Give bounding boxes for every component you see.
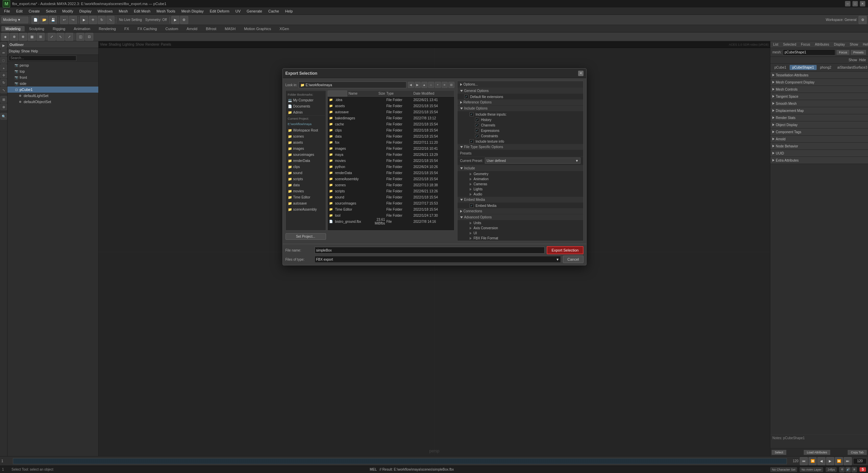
mode-tool-3[interactable]: ⊗ (19, 33, 27, 41)
col-name-header[interactable]: Name (347, 92, 366, 95)
mode-tab-xgen[interactable]: XGen (275, 26, 293, 31)
bookmark-project-time-editor[interactable]: 📁 Time Editor (287, 194, 325, 200)
menu-item-generate[interactable]: Generate (244, 8, 265, 14)
attr-section-header-displacement-map[interactable]: Displacement Map (770, 107, 868, 114)
file-row[interactable]: 📁assetsFile Folder2022/1/18 15:54 (328, 103, 454, 109)
mode-tab-mash[interactable]: MASH (221, 26, 240, 31)
file-row[interactable]: 📁mayaFile Folder2022/6/21 13:29 (328, 151, 454, 158)
menu-item-uv[interactable]: UV (233, 8, 243, 14)
rp-tab-pcube1[interactable]: pCube1 (772, 65, 789, 70)
rp-header-display[interactable]: Display (833, 42, 846, 47)
mode-tool-1[interactable]: ◈ (1, 33, 9, 41)
fb-forward-btn[interactable]: ▶ (415, 82, 421, 88)
outliner-item-front[interactable]: 📷front (7, 74, 98, 80)
new-file-btn[interactable]: 📄 (31, 16, 40, 24)
bookmark-project-sourceimages[interactable]: 📁 sourceimages (287, 151, 325, 158)
menu-item-file[interactable]: File (1, 8, 13, 14)
rp-focus-btn[interactable]: Focus (837, 50, 850, 55)
rp-header-list[interactable]: List (772, 42, 780, 47)
file-row[interactable]: 📁toolFile Folder2022/1/24 17:30 (328, 212, 454, 218)
sidebar-snap-btn[interactable]: ⊞ (0, 96, 7, 103)
attr-section-header-arnold[interactable]: Arnold (770, 136, 868, 142)
menu-item-create[interactable]: Create (26, 8, 43, 14)
sidebar-search-btn[interactable]: 🔍 (0, 113, 7, 120)
menu-item-mesh[interactable]: Mesh (116, 8, 130, 14)
render-btn[interactable]: ▶ (171, 16, 179, 24)
attr-section-header-smooth-mesh[interactable]: Smooth Mesh (770, 100, 868, 107)
sidebar-scale-tool[interactable]: ⤡ (0, 87, 7, 93)
attr-section-header-uuid[interactable]: UUID (770, 150, 868, 157)
project-path-display[interactable]: E:\workflow\maya (287, 121, 325, 127)
constraints-checkbox[interactable]: ✓ (475, 134, 479, 138)
export-selection-button[interactable]: Export Selection (547, 246, 583, 254)
sidebar-select-tool[interactable]: ▶ (0, 42, 7, 49)
bookmark-project-scripts[interactable]: 📁 scripts (287, 176, 325, 182)
menu-item-edit-mesh[interactable]: Edit Mesh (131, 8, 153, 14)
default-file-ext-checkbox[interactable]: ✓ (464, 95, 468, 99)
attr-section-header-tessellation-attributes[interactable]: Tessellation Attributes (770, 72, 868, 78)
file-row[interactable]: 📁sceneAssemblyFile Folder2022/1/18 15:54 (328, 176, 454, 182)
workspace-settings-btn[interactable]: ⚙ (859, 16, 867, 24)
embed-media-checkbox[interactable]: ✓ (470, 204, 474, 208)
file-row[interactable]: 📁pythonFile Folder2022/6/24 10:26 (328, 164, 454, 170)
attr-section-header-mesh-component-display[interactable]: Mesh Component Display (770, 79, 868, 86)
fb-view-list-btn[interactable]: ≡ (442, 82, 448, 88)
rp-mesh-input[interactable]: pCubeShape1 (783, 49, 835, 55)
fb-up-btn[interactable]: ▲ (421, 82, 427, 88)
bookmark-my-computer[interactable]: 💻My Computer (287, 97, 325, 103)
expressions-checkbox[interactable]: ✓ (475, 128, 479, 133)
rp-header-focus[interactable]: Focus (799, 42, 811, 47)
outliner-item-persp[interactable]: 📷persp (7, 62, 98, 68)
outliner-item-defaultlightset[interactable]: ⊗defaultLightSet (7, 93, 98, 99)
advanced-options-header[interactable]: Advanced Options (457, 214, 583, 220)
timeline-play-back-btn[interactable]: ◀ (817, 457, 825, 465)
mode-tab-modeling[interactable]: Modeling (1, 26, 25, 31)
bookmark-project-images[interactable]: 📁 images (287, 145, 325, 151)
timeline-goto-end-btn[interactable]: ⏭ (844, 457, 852, 465)
mode-tool-10[interactable]: ⊡ (85, 33, 93, 41)
rotate-tool-btn[interactable]: ↻ (98, 16, 106, 24)
timeline-track[interactable] (13, 458, 787, 464)
mode-tool-6[interactable]: ⤢ (48, 33, 56, 41)
include-options-header[interactable]: Include Options (457, 105, 583, 112)
presets-dropdown[interactable]: User defined ▼ (485, 158, 580, 164)
mode-tool-9[interactable]: ◫ (76, 33, 84, 41)
mode-tab-motion-graphics[interactable]: Motion Graphics (240, 26, 275, 31)
timeline-step-back-btn[interactable]: ⏪ (809, 457, 817, 465)
attr-section-header-object-display[interactable]: Object Display (770, 121, 868, 128)
attr-section-header-mesh-controls[interactable]: Mesh Controls (770, 86, 868, 93)
attr-section-header-render-stats[interactable]: Render Stats (770, 114, 868, 121)
bookmark-admin[interactable]: 📁Admin (287, 109, 325, 115)
file-row[interactable]: 📁moviesFile Folder2022/1/18 15:54 (328, 158, 454, 164)
file-row[interactable]: 📁autosaveFile Folder2022/1/18 15:54 (328, 109, 454, 115)
mode-tab-fx-caching[interactable]: FX Caching (133, 26, 161, 31)
open-file-btn[interactable]: 📂 (40, 16, 48, 24)
bookmark-documents[interactable]: 📄Documents (287, 103, 325, 109)
col-date-header[interactable]: Date Modified (414, 92, 454, 95)
bookmark-project-data[interactable]: 📁 data (287, 182, 325, 188)
channels-checkbox[interactable]: ✓ (475, 123, 479, 127)
sidebar-paint-tool[interactable]: ✏ (0, 49, 7, 56)
status-icon-1[interactable]: ⚙ (839, 467, 845, 472)
mode-tool-5[interactable]: ⊞ (36, 33, 45, 41)
render-settings-btn[interactable]: ⚙ (180, 16, 188, 24)
rp-hide-btn[interactable]: Hide (859, 58, 866, 62)
mode-tab-sculpting[interactable]: Sculpting (25, 26, 48, 31)
file-row[interactable]: 📁sourceImagesFile Folder2022/7/17 15:53 (328, 200, 454, 206)
outliner-item-top[interactable]: 📷top (7, 68, 98, 74)
bookmark-project-assets[interactable]: 📁 assets (287, 139, 325, 145)
file-row[interactable]: 📁Time EditorFile Folder2022/1/18 15:54 (328, 206, 454, 212)
status-icon-3[interactable]: ⊞ (851, 467, 857, 472)
close-button[interactable]: ✕ (860, 1, 865, 6)
rp-presets-btn[interactable]: Presets (851, 50, 866, 55)
file-row[interactable]: 📁imagesFile Folder2022/2/16 10:41 (328, 145, 454, 151)
menu-item-edit[interactable]: Edit (14, 8, 25, 14)
rp-tab-phong2[interactable]: phong2 (817, 65, 834, 70)
timeline-step-fwd-btn[interactable]: ⏩ (835, 457, 843, 465)
history-checkbox[interactable]: ✓ (475, 118, 479, 122)
filename-input[interactable] (315, 247, 545, 254)
status-icon-2[interactable]: 🔊 (845, 467, 851, 472)
cancel-button[interactable]: Cancel (563, 256, 583, 263)
general-options-header[interactable]: General Options (457, 88, 583, 94)
file-row[interactable]: 📁renderDataFile Folder2022/1/18 15:54 (328, 170, 454, 176)
